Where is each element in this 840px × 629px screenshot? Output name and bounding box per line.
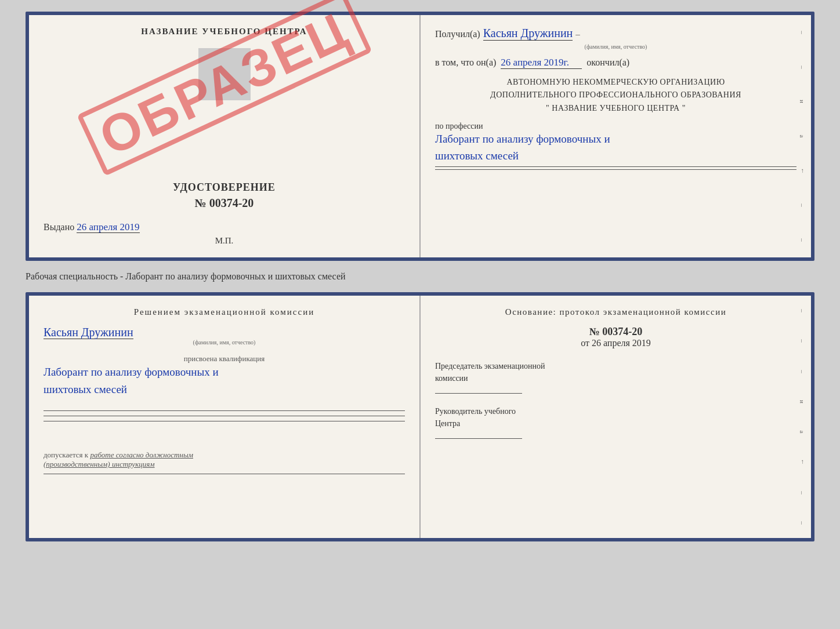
ot-date: от 26 апреля 2019 bbox=[435, 338, 796, 348]
kvali-underline2 bbox=[44, 416, 405, 416]
dop-underline bbox=[44, 474, 405, 474]
vydano-label: Выдано 26 апреля 2019 bbox=[44, 222, 140, 232]
org-line3: " НАЗВАНИЕ УЧЕБНОГО ЦЕНТРА " bbox=[435, 102, 796, 115]
org-line1: АВТОНОМНУЮ НЕКОММЕРЧЕСКУЮ ОРГАНИЗАЦИЮ bbox=[435, 76, 796, 89]
fio-subtitle-bottom: (фамилия, имя, отчество) bbox=[44, 339, 405, 346]
recipient-fio: Касьян Дружинин bbox=[483, 27, 573, 41]
vydano-line: Выдано 26 апреля 2019 bbox=[44, 216, 405, 233]
right-edge-marks-bottom: – – – и а ← – – bbox=[794, 296, 811, 538]
rukovoditel-label2: Центра bbox=[435, 417, 796, 430]
dopuskaetsya-block: допускается к работе согласно должностны… bbox=[44, 450, 405, 469]
certificate-top: НАЗВАНИЕ УЧЕБНОГО ЦЕНТРА ОБРАЗЕЦ УДОСТОВ… bbox=[26, 12, 814, 261]
cert-bottom-left: Решением экзаменационной комиссии Касьян… bbox=[29, 296, 421, 538]
cert-top-right: Получил(а) Касьян Дружинин – (фамилия, и… bbox=[421, 15, 811, 257]
photo-placeholder bbox=[198, 48, 251, 100]
resheniyem-title: Решением экзаменационной комиссии bbox=[44, 307, 405, 317]
osnovanie-title: Основание: протокол экзаменационной коми… bbox=[435, 307, 796, 317]
mp-label: М.П. bbox=[215, 236, 234, 246]
right-edge-marks: – – и а ← – – bbox=[794, 15, 811, 257]
specialty-line: Рабочая специальность - Лаборант по анал… bbox=[26, 267, 814, 286]
predsedatel-block: Председатель экзаменационной комиссии bbox=[435, 360, 796, 394]
certificate-bottom: Решением экзаменационной комиссии Касьян… bbox=[26, 292, 814, 541]
predsedatel-label2: комиссии bbox=[435, 372, 796, 384]
rukovoditel-signature bbox=[435, 438, 522, 439]
cert-top-left: НАЗВАНИЕ УЧЕБНОГО ЦЕНТРА ОБРАЗЕЦ УДОСТОВ… bbox=[29, 15, 421, 257]
udostoverenie-label: УДОСТОВЕРЕНИЕ bbox=[173, 181, 276, 194]
rukovoditel-label: Руководитель учебного bbox=[435, 405, 796, 417]
profession-line1: Лаборант по анализу формовочных и bbox=[435, 131, 796, 148]
course-end-date: 26 апреля 2019г. bbox=[501, 57, 582, 69]
profession-line2: шихтовых смесей bbox=[435, 148, 796, 165]
kvali-underline3 bbox=[44, 421, 405, 421]
vtom-line: в том, что он(а) 26 апреля 2019г. окончи… bbox=[435, 57, 796, 69]
poluchil-line: Получил(а) Касьян Дружинин – (фамилия, и… bbox=[435, 27, 796, 50]
fio-subtitle: (фамилия, имя, отчество) bbox=[435, 43, 796, 50]
org-line2: ДОПОЛНИТЕЛЬНОГО ПРОФЕССИОНАЛЬНОГО ОБРАЗО… bbox=[435, 89, 796, 101]
kvali-line1: Лаборант по анализу формовочных и bbox=[44, 363, 405, 381]
underline2 bbox=[435, 169, 796, 170]
cert-number: № 00374-20 bbox=[173, 197, 276, 210]
po-professii-label: по профессии Лаборант по анализу формово… bbox=[435, 122, 796, 170]
fio-block-bottom: Касьян Дружинин (фамилия, имя, отчество) bbox=[44, 326, 405, 346]
cert-bottom-right: Основание: протокол экзаменационной коми… bbox=[421, 296, 811, 538]
udostoverenie-block: УДОСТОВЕРЕНИЕ № 00374-20 bbox=[173, 181, 276, 210]
bottom-fio: Касьян Дружинин bbox=[44, 326, 133, 339]
rukovoditel-block: Руководитель учебного Центра bbox=[435, 405, 796, 439]
vydano-date: 26 апреля 2019 bbox=[77, 221, 139, 233]
kvali-line2: шихтовых смесей bbox=[44, 381, 405, 398]
predsedatel-signature bbox=[435, 393, 522, 394]
kvali-underline1 bbox=[44, 410, 405, 411]
poluchil-prefix: Получил(а) bbox=[435, 29, 480, 39]
predsedatel-label: Председатель экзаменационной bbox=[435, 360, 796, 372]
protocol-number: № 00374-20 bbox=[435, 326, 796, 338]
underline1 bbox=[435, 166, 796, 167]
org-block: АВТОНОМНУЮ НЕКОММЕРЧЕСКУЮ ОРГАНИЗАЦИЮ ДО… bbox=[435, 76, 796, 115]
cert-top-title: НАЗВАНИЕ УЧЕБНОГО ЦЕНТРА bbox=[141, 27, 307, 37]
prisvoyena-label: присвоена квалификация bbox=[44, 354, 405, 363]
